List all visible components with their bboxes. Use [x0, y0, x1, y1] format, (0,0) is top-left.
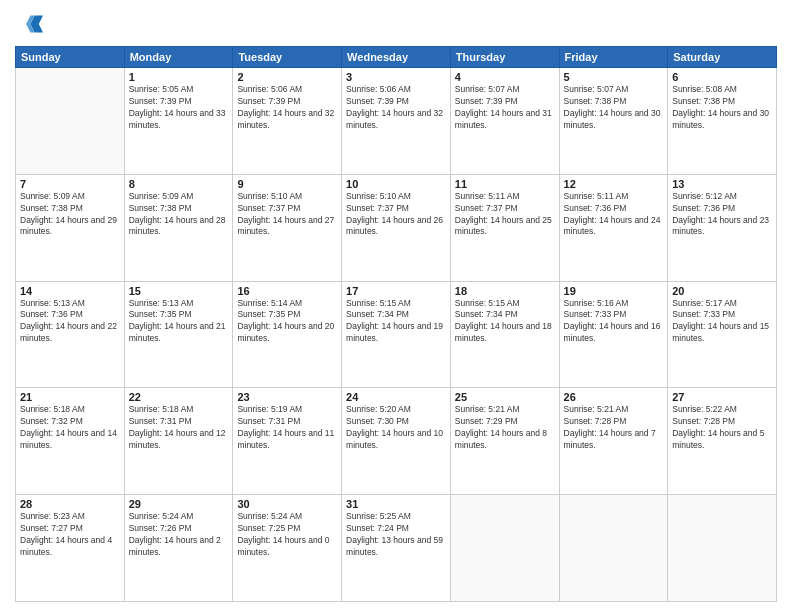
day-number: 14: [20, 285, 120, 297]
sunrise-label: Sunrise: 5:10 AM: [237, 191, 302, 201]
sunrise-label: Sunrise: 5:09 AM: [129, 191, 194, 201]
sunset-label: Sunset: 7:39 PM: [346, 96, 409, 106]
calendar-cell: 8 Sunrise: 5:09 AM Sunset: 7:38 PM Dayli…: [124, 174, 233, 281]
sunset-label: Sunset: 7:35 PM: [237, 309, 300, 319]
daylight-label: Daylight: 14 hours and 31 minutes.: [455, 108, 552, 130]
sunset-label: Sunset: 7:26 PM: [129, 523, 192, 533]
daylight-label: Daylight: 14 hours and 5 minutes.: [672, 428, 764, 450]
sunset-label: Sunset: 7:28 PM: [672, 416, 735, 426]
daylight-label: Daylight: 14 hours and 23 minutes.: [672, 215, 769, 237]
calendar-cell: 12 Sunrise: 5:11 AM Sunset: 7:36 PM Dayl…: [559, 174, 668, 281]
sunrise-label: Sunrise: 5:07 AM: [564, 84, 629, 94]
daylight-label: Daylight: 14 hours and 15 minutes.: [672, 321, 769, 343]
calendar-cell: 14 Sunrise: 5:13 AM Sunset: 7:36 PM Dayl…: [16, 281, 125, 388]
day-info: Sunrise: 5:06 AM Sunset: 7:39 PM Dayligh…: [346, 84, 446, 132]
calendar-body: 1 Sunrise: 5:05 AM Sunset: 7:39 PM Dayli…: [16, 68, 777, 602]
sunset-label: Sunset: 7:33 PM: [564, 309, 627, 319]
day-info: Sunrise: 5:24 AM Sunset: 7:25 PM Dayligh…: [237, 511, 337, 559]
day-info: Sunrise: 5:23 AM Sunset: 7:27 PM Dayligh…: [20, 511, 120, 559]
daylight-label: Daylight: 14 hours and 4 minutes.: [20, 535, 112, 557]
day-info: Sunrise: 5:06 AM Sunset: 7:39 PM Dayligh…: [237, 84, 337, 132]
week-row-3: 21 Sunrise: 5:18 AM Sunset: 7:32 PM Dayl…: [16, 388, 777, 495]
calendar-cell: 15 Sunrise: 5:13 AM Sunset: 7:35 PM Dayl…: [124, 281, 233, 388]
sunset-label: Sunset: 7:36 PM: [564, 203, 627, 213]
day-info: Sunrise: 5:10 AM Sunset: 7:37 PM Dayligh…: [237, 191, 337, 239]
daylight-label: Daylight: 14 hours and 26 minutes.: [346, 215, 443, 237]
weekday-header-friday: Friday: [559, 47, 668, 68]
sunrise-label: Sunrise: 5:17 AM: [672, 298, 737, 308]
day-info: Sunrise: 5:15 AM Sunset: 7:34 PM Dayligh…: [455, 298, 555, 346]
day-number: 18: [455, 285, 555, 297]
daylight-label: Daylight: 14 hours and 2 minutes.: [129, 535, 221, 557]
calendar-cell: 21 Sunrise: 5:18 AM Sunset: 7:32 PM Dayl…: [16, 388, 125, 495]
sunrise-label: Sunrise: 5:13 AM: [129, 298, 194, 308]
sunrise-label: Sunrise: 5:25 AM: [346, 511, 411, 521]
sunrise-label: Sunrise: 5:24 AM: [129, 511, 194, 521]
sunrise-label: Sunrise: 5:23 AM: [20, 511, 85, 521]
day-number: 1: [129, 71, 229, 83]
day-number: 17: [346, 285, 446, 297]
day-number: 19: [564, 285, 664, 297]
calendar-cell: 1 Sunrise: 5:05 AM Sunset: 7:39 PM Dayli…: [124, 68, 233, 175]
calendar-cell: 18 Sunrise: 5:15 AM Sunset: 7:34 PM Dayl…: [450, 281, 559, 388]
sunrise-label: Sunrise: 5:18 AM: [20, 404, 85, 414]
sunset-label: Sunset: 7:30 PM: [346, 416, 409, 426]
day-number: 15: [129, 285, 229, 297]
day-number: 9: [237, 178, 337, 190]
sunset-label: Sunset: 7:38 PM: [20, 203, 83, 213]
sunrise-label: Sunrise: 5:15 AM: [455, 298, 520, 308]
day-info: Sunrise: 5:05 AM Sunset: 7:39 PM Dayligh…: [129, 84, 229, 132]
day-info: Sunrise: 5:18 AM Sunset: 7:31 PM Dayligh…: [129, 404, 229, 452]
sunset-label: Sunset: 7:39 PM: [129, 96, 192, 106]
day-info: Sunrise: 5:09 AM Sunset: 7:38 PM Dayligh…: [129, 191, 229, 239]
day-number: 28: [20, 498, 120, 510]
sunrise-label: Sunrise: 5:20 AM: [346, 404, 411, 414]
weekday-header-tuesday: Tuesday: [233, 47, 342, 68]
calendar-cell: 29 Sunrise: 5:24 AM Sunset: 7:26 PM Dayl…: [124, 495, 233, 602]
week-row-0: 1 Sunrise: 5:05 AM Sunset: 7:39 PM Dayli…: [16, 68, 777, 175]
sunrise-label: Sunrise: 5:06 AM: [346, 84, 411, 94]
sunset-label: Sunset: 7:31 PM: [237, 416, 300, 426]
calendar-cell: 26 Sunrise: 5:21 AM Sunset: 7:28 PM Dayl…: [559, 388, 668, 495]
header: [15, 10, 777, 38]
day-info: Sunrise: 5:14 AM Sunset: 7:35 PM Dayligh…: [237, 298, 337, 346]
calendar-cell: [559, 495, 668, 602]
calendar-cell: 23 Sunrise: 5:19 AM Sunset: 7:31 PM Dayl…: [233, 388, 342, 495]
page: SundayMondayTuesdayWednesdayThursdayFrid…: [0, 0, 792, 612]
calendar-cell: 22 Sunrise: 5:18 AM Sunset: 7:31 PM Dayl…: [124, 388, 233, 495]
sunrise-label: Sunrise: 5:22 AM: [672, 404, 737, 414]
daylight-label: Daylight: 14 hours and 25 minutes.: [455, 215, 552, 237]
logo: [15, 10, 47, 38]
day-number: 26: [564, 391, 664, 403]
sunset-label: Sunset: 7:25 PM: [237, 523, 300, 533]
day-number: 30: [237, 498, 337, 510]
sunrise-label: Sunrise: 5:09 AM: [20, 191, 85, 201]
daylight-label: Daylight: 14 hours and 18 minutes.: [455, 321, 552, 343]
day-info: Sunrise: 5:12 AM Sunset: 7:36 PM Dayligh…: [672, 191, 772, 239]
daylight-label: Daylight: 14 hours and 32 minutes.: [237, 108, 334, 130]
sunrise-label: Sunrise: 5:18 AM: [129, 404, 194, 414]
daylight-label: Daylight: 14 hours and 10 minutes.: [346, 428, 443, 450]
day-number: 8: [129, 178, 229, 190]
day-info: Sunrise: 5:22 AM Sunset: 7:28 PM Dayligh…: [672, 404, 772, 452]
calendar-cell: [668, 495, 777, 602]
day-info: Sunrise: 5:15 AM Sunset: 7:34 PM Dayligh…: [346, 298, 446, 346]
day-number: 7: [20, 178, 120, 190]
day-info: Sunrise: 5:16 AM Sunset: 7:33 PM Dayligh…: [564, 298, 664, 346]
sunset-label: Sunset: 7:31 PM: [129, 416, 192, 426]
daylight-label: Daylight: 14 hours and 21 minutes.: [129, 321, 226, 343]
sunset-label: Sunset: 7:34 PM: [346, 309, 409, 319]
daylight-label: Daylight: 14 hours and 29 minutes.: [20, 215, 117, 237]
day-info: Sunrise: 5:25 AM Sunset: 7:24 PM Dayligh…: [346, 511, 446, 559]
sunset-label: Sunset: 7:24 PM: [346, 523, 409, 533]
calendar-cell: 10 Sunrise: 5:10 AM Sunset: 7:37 PM Dayl…: [342, 174, 451, 281]
calendar-cell: 19 Sunrise: 5:16 AM Sunset: 7:33 PM Dayl…: [559, 281, 668, 388]
weekday-header-saturday: Saturday: [668, 47, 777, 68]
day-info: Sunrise: 5:21 AM Sunset: 7:29 PM Dayligh…: [455, 404, 555, 452]
calendar-cell: 2 Sunrise: 5:06 AM Sunset: 7:39 PM Dayli…: [233, 68, 342, 175]
day-number: 27: [672, 391, 772, 403]
calendar-cell: 25 Sunrise: 5:21 AM Sunset: 7:29 PM Dayl…: [450, 388, 559, 495]
day-info: Sunrise: 5:13 AM Sunset: 7:35 PM Dayligh…: [129, 298, 229, 346]
daylight-label: Daylight: 14 hours and 33 minutes.: [129, 108, 226, 130]
sunset-label: Sunset: 7:35 PM: [129, 309, 192, 319]
